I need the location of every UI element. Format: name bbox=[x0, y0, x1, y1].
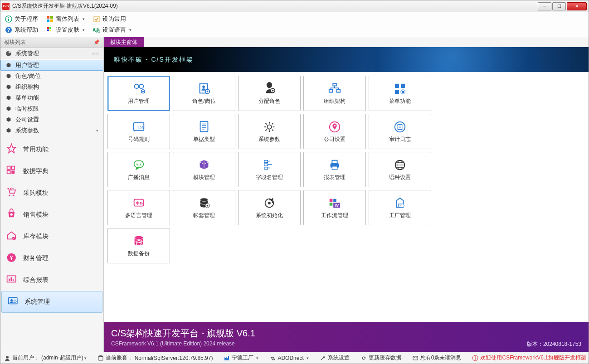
sidebar-shortcut[interactable]: 综合报表 bbox=[0, 269, 103, 291]
tab-main[interactable]: 模块主窗体 bbox=[104, 37, 144, 47]
link-icon bbox=[269, 355, 276, 361]
chevron-down-icon: ▾ bbox=[96, 128, 98, 133]
pin-icon[interactable]: 📌 bbox=[93, 39, 100, 45]
tile-cube[interactable]: 模块管理 bbox=[173, 152, 235, 187]
svg-rect-59 bbox=[264, 160, 268, 162]
sidebar-shortcut[interactable]: 采购模块 bbox=[0, 182, 103, 204]
assign-icon bbox=[262, 82, 277, 96]
toolbar-palette[interactable]: 设置皮肤 bbox=[46, 26, 85, 34]
tile-label: 角色/岗位 bbox=[192, 97, 215, 105]
cart-icon bbox=[6, 187, 19, 199]
status-cache[interactable]: 更新缓存数据 bbox=[360, 354, 401, 362]
org-icon bbox=[327, 82, 342, 96]
tile-gear[interactable]: 系统参数 bbox=[238, 114, 301, 149]
toolbar-label: 设置语言 bbox=[102, 26, 126, 34]
tile-users[interactable]: 用户管理 bbox=[107, 76, 170, 111]
svg-rect-12 bbox=[47, 29, 49, 31]
toolbar-label: 窗体列表 bbox=[56, 15, 79, 23]
sidebar-item[interactable]: 用户管理 bbox=[0, 60, 103, 71]
tile-factory[interactable]: 工厂管理 bbox=[369, 190, 431, 225]
audit-icon bbox=[392, 120, 408, 134]
tile-location[interactable]: 公司设置 bbox=[303, 114, 366, 149]
svg-point-53 bbox=[334, 125, 336, 126]
tile-globe[interactable]: 语种设置 bbox=[369, 152, 431, 187]
svg-point-83 bbox=[6, 356, 9, 359]
sidebar-shortcut[interactable]: 数据字典 bbox=[0, 160, 103, 182]
svg-rect-44 bbox=[401, 83, 405, 87]
status-factory[interactable]: 宁德工厂 bbox=[224, 354, 258, 362]
tile-menu[interactable]: 菜单功能 bbox=[369, 76, 431, 111]
tile-label: 菜单功能 bbox=[389, 97, 411, 105]
tile-number[interactable]: 123号码规则 bbox=[107, 114, 170, 149]
svg-point-20 bbox=[13, 195, 15, 197]
toolbar-check[interactable]: 设为常用 bbox=[93, 15, 126, 23]
tile-chat[interactable]: 广播消息 bbox=[107, 152, 170, 187]
status-connection[interactable]: ADODirect bbox=[269, 355, 308, 361]
svg-rect-5 bbox=[47, 19, 49, 22]
close-button[interactable]: ✕ bbox=[567, 2, 587, 10]
tile-print[interactable]: 报表管理 bbox=[303, 152, 366, 187]
toolbar-help[interactable]: ?系统帮助 bbox=[5, 26, 38, 34]
status-messages[interactable]: 您有0条未读消息 bbox=[412, 354, 462, 362]
sidebar-item-label: 角色/岗位 bbox=[15, 72, 41, 80]
info-icon: i bbox=[472, 355, 478, 361]
status-account[interactable]: 当前账套： Normal(SqlServer:120.79.85.97) bbox=[97, 354, 213, 362]
tile-lang[interactable]: 中En多语言管理 bbox=[107, 190, 170, 225]
status-settings[interactable]: 系统设置 bbox=[320, 354, 350, 362]
cube-icon bbox=[5, 95, 12, 101]
maximize-button[interactable]: ☐ bbox=[552, 2, 566, 10]
sidebar-shortcut[interactable]: 库存模块 bbox=[0, 226, 103, 248]
sidebar-item[interactable]: 临时权限 bbox=[0, 103, 103, 114]
tile-assign[interactable]: 分配角色 bbox=[238, 76, 301, 111]
tile-org[interactable]: 组织架构 bbox=[303, 76, 366, 111]
sidebar-item[interactable]: 公司设置 bbox=[0, 114, 103, 125]
tile-audit[interactable]: 审计日志 bbox=[369, 114, 431, 149]
sidebar-section[interactable]: 系统管理 ◁◁ bbox=[0, 48, 103, 59]
shortcut-label: 数据字典 bbox=[23, 167, 49, 175]
svg-point-54 bbox=[395, 121, 405, 132]
tile-workflow[interactable]: W工作流管理 bbox=[303, 190, 366, 225]
tile-role[interactable]: 角色/岗位 bbox=[173, 76, 235, 111]
tile-label: 语种设置 bbox=[389, 174, 411, 181]
svg-text:i: i bbox=[475, 356, 476, 361]
sidebar-item-label: 用户管理 bbox=[15, 61, 39, 69]
minimize-button[interactable]: ─ bbox=[538, 2, 551, 10]
sidebar-shortcut[interactable]: 系统管理 bbox=[1, 291, 102, 313]
mail-icon bbox=[412, 355, 419, 361]
tile-label: 号码规则 bbox=[128, 136, 150, 143]
main-area: 模块主窗体 唯快不破 - C/S开发框架 用户管理角色/岗位分配角色组织架构菜单… bbox=[104, 37, 589, 352]
tile-field[interactable]: 字段名管理 bbox=[238, 152, 301, 187]
svg-point-21 bbox=[10, 214, 13, 216]
admin-icon bbox=[7, 296, 20, 308]
svg-rect-2 bbox=[8, 19, 9, 21]
tile-db[interactable]: 帐套管理 bbox=[173, 190, 235, 225]
sidebar-item[interactable]: 系统参数▾ bbox=[0, 125, 103, 136]
globe-icon bbox=[392, 158, 408, 172]
sidebar-shortcut[interactable]: 销售模块 bbox=[0, 204, 103, 226]
tile-reset[interactable]: 系统初始化 bbox=[238, 190, 301, 225]
titlebar: C/S C/S系统快速开发框架-旗舰版V6.1(2024-09) ─ ☐ ✕ bbox=[0, 0, 589, 12]
sidebar-item[interactable]: 菜单功能 bbox=[0, 92, 103, 103]
toolbar-language[interactable]: Aあ设置语言 bbox=[93, 26, 131, 34]
sidebar-shortcut[interactable]: 常用功能 bbox=[0, 139, 103, 160]
sidebar-item[interactable]: 组织架构 bbox=[0, 82, 103, 92]
svg-rect-26 bbox=[9, 279, 10, 281]
sidebar-item-label: 菜单功能 bbox=[15, 94, 39, 102]
tile-doc[interactable]: 单据类型 bbox=[173, 114, 235, 149]
sidebar-shortcut[interactable]: ¥财务管理 bbox=[0, 248, 103, 269]
toolbar-info[interactable]: 关于程序 bbox=[5, 15, 38, 23]
svg-rect-3 bbox=[47, 16, 49, 19]
status-user[interactable]: 当前用户： (admin-超级用户) bbox=[4, 354, 87, 362]
tile-backup[interactable]: 数据备份 bbox=[107, 228, 170, 263]
statusbar: 当前用户： (admin-超级用户) 当前账套： Normal(SqlServe… bbox=[0, 352, 589, 364]
toolbar-label: 设置皮肤 bbox=[56, 26, 79, 34]
sidebar-item-label: 公司设置 bbox=[15, 116, 39, 124]
number-icon: 123 bbox=[131, 120, 146, 134]
toolbar-windows[interactable]: 窗体列表 bbox=[46, 15, 85, 23]
doc-icon bbox=[196, 120, 212, 134]
tile-label: 多语言管理 bbox=[125, 212, 152, 219]
refresh-icon bbox=[360, 355, 367, 361]
sidebar-item[interactable]: 角色/岗位 bbox=[0, 71, 103, 82]
chat-icon bbox=[131, 158, 146, 172]
sidebar-item-label: 组织架构 bbox=[15, 83, 39, 91]
